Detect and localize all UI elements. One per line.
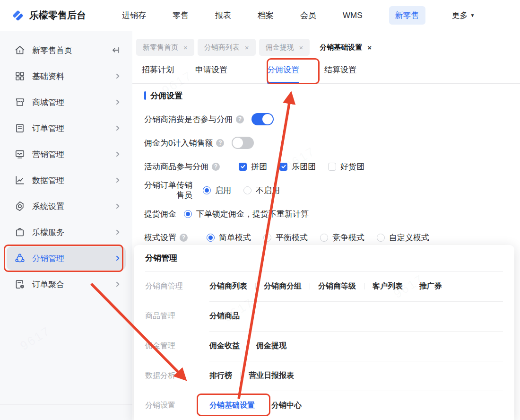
home-icon (14, 44, 26, 56)
top-navigation: 进销存 零售 报表 档案 会员 WMS 新零售 更多 ▼ (122, 6, 475, 25)
nav-item-wms[interactable]: WMS (343, 11, 363, 20)
checkbox-checked[interactable] (239, 163, 247, 171)
nav-item-archives[interactable]: 档案 (258, 10, 274, 21)
panel-row-goods-management: 商品管理 分销商品 (145, 301, 503, 331)
sidebar-item-label: 商城管理 (32, 97, 114, 108)
toggle-zero-commission[interactable] (232, 137, 254, 149)
sidebar-item-order-aggregation[interactable]: 订单聚合 (7, 272, 126, 296)
sidebar: 新零售首页 基础资料 商城管理 订单管理 营销管理 数据管理 (0, 31, 132, 420)
item-separator (310, 283, 310, 289)
radio-custom-mode[interactable]: 自定义模式 (377, 232, 429, 243)
sidebar-item-mall-management[interactable]: 商城管理 (7, 90, 126, 114)
close-icon[interactable]: × (245, 44, 249, 52)
subtab-application-settings[interactable]: 申请设置 (195, 56, 227, 83)
field-label-line1: 分销订单传销 (144, 181, 192, 190)
radio-competition-mode[interactable]: 竞争模式 (320, 232, 364, 243)
panel-item-distribution-center[interactable]: 分销中心 (271, 401, 302, 411)
sidebar-item-lemon-services[interactable]: 乐檬服务 (7, 220, 126, 244)
nav-item-retail[interactable]: 零售 (173, 10, 189, 21)
collapse-sidebar-icon[interactable] (111, 45, 121, 55)
subtab-commission-settings[interactable]: 分佣设置 (267, 56, 299, 83)
sidebar-item-data-management[interactable]: 数据管理 (7, 168, 126, 192)
radio-balanced-mode[interactable]: 平衡模式 (263, 232, 308, 243)
panel-row-commission-management: 佣金管理 佣金收益 佣金提现 (145, 331, 503, 361)
chevron-right-icon (114, 99, 121, 105)
field-label: 模式设置 (144, 232, 176, 243)
nav-item-new-retail[interactable]: 新零售 (389, 6, 425, 25)
sidebar-item-home[interactable]: 新零售首页 (7, 38, 126, 62)
panel-item-commission-withdrawal[interactable]: 佣金提现 (256, 341, 286, 351)
radio-simple-mode[interactable]: 简单模式 (207, 232, 251, 243)
help-icon[interactable]: ? (212, 163, 220, 171)
panel-item-distribution-goods[interactable]: 分销商品 (209, 311, 240, 321)
close-icon[interactable]: × (299, 44, 303, 52)
panel-item-customer-list[interactable]: 客户列表 (373, 281, 403, 291)
checkbox-unchecked[interactable] (328, 163, 336, 171)
checkbox-checked[interactable] (279, 163, 287, 171)
sidebar-item-app-market[interactable]: 应用市场 (0, 408, 132, 420)
panel-item-distributor-list[interactable]: 分销商列表 (209, 281, 247, 291)
panel-item-distributor-groups[interactable]: 分销商分组 (264, 281, 302, 291)
tab-new-retail-home[interactable]: 新零售首页 × (136, 39, 194, 56)
subtab-settlement-settings[interactable]: 结算设置 (324, 56, 356, 83)
radio-enable[interactable]: 启用 (203, 185, 231, 196)
panel-row-distribution-settings: 分销设置 分销基础设置 分销中心 (145, 391, 503, 420)
sidebar-item-label: 新零售首页 (32, 45, 111, 56)
panel-category-label: 分销设置 (145, 401, 209, 411)
checkbox-letuantuan[interactable]: 乐团团 (279, 161, 316, 172)
radio-lock-commission[interactable]: 下单锁定佣金，提货不重新计算 (184, 209, 309, 219)
close-icon[interactable]: × (367, 44, 372, 52)
radio-selected[interactable] (184, 210, 192, 218)
close-icon[interactable]: × (183, 44, 188, 52)
checkbox-group-buy[interactable]: 拼团 (239, 161, 267, 172)
checkbox-label: 乐团团 (292, 161, 316, 172)
settings-subtabs: 招募计划 申请设置 分佣设置 结算设置 (132, 56, 520, 84)
checkbox-haohuotuan[interactable]: 好货团 (328, 161, 364, 172)
subtab-recruitment-plan[interactable]: 招募计划 (142, 56, 174, 83)
radio-disable[interactable]: 不启用 (243, 185, 280, 196)
radio-unselected[interactable] (320, 234, 328, 242)
sidebar-item-distribution-management[interactable]: 分销管理 (7, 246, 126, 270)
panel-item-distribution-basic-settings[interactable]: 分销基础设置 (209, 401, 255, 411)
radio-unselected[interactable] (263, 234, 271, 242)
nav-item-more[interactable]: 更多 ▼ (452, 10, 475, 21)
panel-items: 排行榜 营业日报报表 (209, 361, 503, 391)
radio-unselected[interactable] (243, 186, 251, 194)
tab-distribution-basic-settings[interactable]: 分销基础设置 × (313, 39, 378, 56)
field-label-line2: 售员 (176, 191, 192, 200)
nav-more-label: 更多 (452, 10, 468, 21)
radio-unselected[interactable] (377, 234, 385, 242)
panel-item-commission-income[interactable]: 佣金收益 (209, 341, 240, 351)
panel-items: 分销商列表 分销商分组 分销商等级 客户列表 推广券 (209, 271, 503, 302)
sidebar-item-label: 营销管理 (32, 149, 114, 160)
radio-selected[interactable] (203, 186, 211, 194)
sidebar-item-order-management[interactable]: 订单管理 (7, 116, 126, 140)
help-icon[interactable]: ? (236, 115, 244, 123)
panel-item-daily-business-report[interactable]: 营业日报报表 (249, 371, 294, 381)
radio-label: 自定义模式 (389, 232, 429, 243)
sidebar-item-basic-data[interactable]: 基础资料 (7, 64, 126, 88)
nav-item-purchase-sale-stock[interactable]: 进销存 (122, 10, 146, 21)
radio-selected[interactable] (207, 234, 215, 242)
toggle-distributor-consumption[interactable] (251, 113, 274, 125)
form-row-pickup-commission: 提货佣金 下单锁定佣金，提货不重新计算 (144, 202, 520, 226)
panel-item-ranking[interactable]: 排行榜 (209, 371, 232, 381)
help-icon[interactable]: ? (216, 139, 224, 147)
panel-item-distributor-levels[interactable]: 分销商等级 (318, 281, 356, 291)
bag-icon (14, 227, 26, 238)
radio-group: 下单锁定佣金，提货不重新计算 (184, 209, 309, 219)
tab-label: 分销基础设置 (320, 43, 362, 52)
nav-item-members[interactable]: 会员 (300, 10, 316, 21)
item-separator (255, 283, 256, 289)
nav-item-reports[interactable]: 报表 (215, 10, 231, 21)
field-label: 提货佣金 (144, 209, 176, 219)
radio-group: 简单模式 平衡模式 竞争模式 自定义模式 (207, 232, 429, 243)
sidebar-item-marketing-management[interactable]: 营销管理 (7, 142, 126, 166)
grid-icon (14, 70, 26, 82)
panel-item-promotion-coupon[interactable]: 推广券 (419, 281, 442, 291)
tab-commission-withdrawal[interactable]: 佣金提现 × (259, 39, 310, 56)
sidebar-item-system-settings[interactable]: 系统设置 (7, 194, 126, 218)
radio-label: 下单锁定佣金，提货不重新计算 (196, 209, 309, 219)
help-icon[interactable]: ? (180, 234, 188, 242)
tab-distributor-list[interactable]: 分销商列表 × (198, 39, 256, 56)
